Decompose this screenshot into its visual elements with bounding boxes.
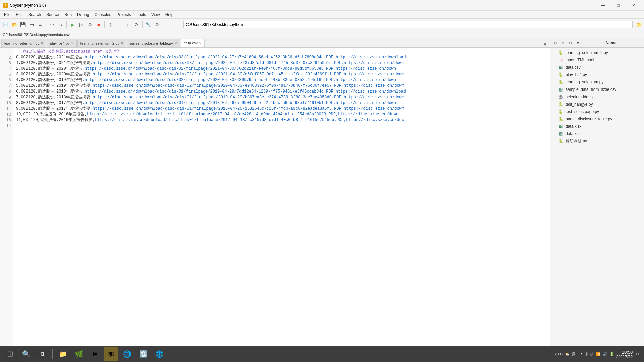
right-panel-toolbar: ⊙ ○ ⚙ ▼ bbox=[553, 40, 581, 46]
start-button[interactable]: ⊞ bbox=[3, 347, 17, 361]
tab-close-icon[interactable]: ✕ bbox=[174, 41, 177, 45]
right-panel-title: Name bbox=[606, 41, 617, 45]
task-view-button[interactable]: ⧉ bbox=[35, 347, 50, 361]
open-file-button[interactable]: 📂 bbox=[10, 21, 18, 29]
taskbar: ⊞ 🔍 ⧉ 📁 🌿 🖥 🕷 🌐 🔃 🌐 20°C ⛅ 雾 ∧ 中 拼 📶 🔊 🔋… bbox=[0, 346, 644, 362]
save-all-button[interactable]: 🗃 bbox=[28, 21, 36, 29]
toolbar-browse-button[interactable]: 📁 bbox=[635, 21, 643, 29]
taskbar-firefox[interactable]: 🌿 bbox=[71, 347, 86, 361]
toolbar-path-input[interactable]: C:\Users\86178\Desktop\python bbox=[183, 21, 633, 28]
line-number: 6 bbox=[0, 77, 11, 83]
menu-debug[interactable]: Debug bbox=[74, 12, 92, 18]
date-display: 2022/5/12 bbox=[616, 355, 633, 359]
right-panel-icon-4[interactable]: ▼ bbox=[575, 40, 581, 46]
minimize-button[interactable]: — bbox=[595, 0, 610, 11]
run-cell-button[interactable]: ▷ bbox=[77, 21, 85, 29]
menu-tools[interactable]: Tools bbox=[134, 12, 149, 18]
file-icon-py: 🐍 bbox=[558, 72, 564, 77]
menu-consoles[interactable]: Consoles bbox=[92, 12, 114, 18]
tab-label: learning_selenium.py bbox=[4, 41, 39, 45]
taskbar-spyder[interactable]: 🕷 bbox=[104, 347, 118, 361]
search-taskbar-button[interactable]: 🔍 bbox=[19, 347, 34, 361]
line-number: 7 bbox=[0, 83, 11, 89]
tab-close-icon[interactable]: ✕ bbox=[121, 41, 123, 45]
line-number: 4 bbox=[0, 66, 11, 72]
line-numbers: 1 2 3 4 5 6 7 8 9 10 11 12 13 14 bbox=[0, 48, 13, 349]
undo-button[interactable]: ↩ bbox=[48, 21, 56, 29]
step-out-button[interactable]: ↑ bbox=[124, 21, 132, 29]
code-line-14 bbox=[16, 123, 547, 129]
system-time[interactable]: 10:50 2022/5/12 bbox=[616, 350, 633, 359]
editor-tabs: learning_selenium.py ✕ play_bs4.py ✕ lea… bbox=[0, 38, 550, 48]
right-panel-icon-2[interactable]: ○ bbox=[560, 40, 566, 46]
back-button[interactable]: ← bbox=[165, 21, 173, 29]
tab-learning-selenium-2[interactable]: learning_selenium_2.py ✕ bbox=[77, 39, 126, 47]
file-item-data-xls[interactable]: ▦ data.xls bbox=[550, 130, 644, 137]
maximize-button[interactable]: □ bbox=[610, 0, 626, 11]
toolbar: 📄 📂 💾 🗃 ≡ ↩ ↪ ▶ ▷ ⚙ ■ ⤵ ↓ ↑ ⟳ 🔧 ⚙ ← → C:… bbox=[0, 19, 644, 31]
file-item-play-bs4[interactable]: 🐍 play_bs4.py bbox=[550, 71, 644, 78]
file-item-selenium-ide[interactable]: 🗜 selenium-ide.zip bbox=[550, 93, 644, 101]
tray-icon-expand[interactable]: ∧ bbox=[580, 352, 583, 356]
file-name: test_hangye.py bbox=[566, 102, 593, 107]
taskbar-greenapp[interactable]: 🌐 bbox=[152, 347, 167, 361]
menu-source[interactable]: Source bbox=[44, 12, 62, 18]
window-controls: — □ ✕ bbox=[595, 0, 641, 11]
menu-run[interactable]: Run bbox=[62, 12, 74, 18]
file-name: innerHTML.html bbox=[566, 58, 594, 62]
tabs-menu-button[interactable]: ≡ bbox=[542, 42, 548, 47]
file-item-data-xlsx[interactable]: ▦ data.xlsx bbox=[550, 123, 644, 130]
menu-help[interactable]: Help bbox=[163, 12, 176, 18]
file-item-innerhtml[interactable]: ◁ innerHTML.html bbox=[550, 56, 644, 64]
right-panel-icon-3[interactable]: ⚙ bbox=[568, 40, 574, 46]
taskbar-cmd[interactable]: 🖥 bbox=[88, 347, 102, 361]
taskbar-redapp[interactable]: 🔃 bbox=[136, 347, 151, 361]
new-file-button[interactable]: 📄 bbox=[1, 21, 9, 29]
debug-button[interactable]: ⚙ bbox=[86, 21, 94, 29]
menu-file[interactable]: File bbox=[1, 12, 13, 18]
tab-parse-disclosure[interactable]: parse_disclosure_table.py ✕ bbox=[127, 39, 180, 47]
step-into-button[interactable]: ↓ bbox=[115, 21, 123, 29]
tab-close-icon[interactable]: ✕ bbox=[71, 41, 74, 45]
tab-learning-selenium[interactable]: learning_selenium.py ✕ bbox=[1, 39, 46, 47]
taskbar-explorer[interactable]: 📁 bbox=[55, 347, 70, 361]
run-button[interactable]: ▶ bbox=[68, 21, 76, 29]
step-over-button[interactable]: ⤵ bbox=[106, 21, 114, 29]
stop-button[interactable]: ■ bbox=[95, 21, 103, 29]
code-area[interactable]: ,证券代码,简称,公告标题,attachpath,href,公告时间 0,002… bbox=[13, 48, 550, 349]
prefs-button[interactable]: ⚙ bbox=[153, 21, 161, 29]
print-button[interactable]: ≡ bbox=[36, 21, 44, 29]
menu-edit[interactable]: Edit bbox=[13, 12, 25, 18]
file-icon-csv: ▦ bbox=[558, 65, 564, 70]
taskbar-browser[interactable]: 🌐 bbox=[120, 347, 135, 361]
continue-button[interactable]: ⟳ bbox=[132, 21, 141, 29]
file-icon-html: ◁ bbox=[558, 58, 564, 62]
file-item-keyan[interactable]: 🐍 科研课题.py bbox=[550, 137, 644, 145]
file-item-learning-selenium-2[interactable]: 🐍 learning_selenium_2.py bbox=[550, 49, 644, 56]
menu-search[interactable]: Search bbox=[25, 12, 44, 18]
file-item-test-selectpage[interactable]: 🐍 test_selectpage.py bbox=[550, 108, 644, 115]
menu-projects[interactable]: Projects bbox=[114, 12, 134, 18]
tab-close-icon[interactable]: ✕ bbox=[199, 41, 202, 45]
file-item-sample-data[interactable]: ▦ sample_data_from_szse.csv bbox=[550, 86, 644, 93]
redo-button[interactable]: ↪ bbox=[57, 21, 65, 29]
file-name: data.xlsx bbox=[566, 124, 581, 129]
save-button[interactable]: 💾 bbox=[19, 21, 27, 29]
file-item-parse-disclosure[interactable]: 🐍 parse_disclosure_table.py bbox=[550, 115, 644, 123]
time-display: 10:50 bbox=[616, 350, 633, 355]
toolbar-sep-1 bbox=[46, 21, 46, 28]
menu-view[interactable]: View bbox=[149, 12, 163, 18]
line-number: 14 bbox=[0, 123, 11, 129]
right-panel-icon-1[interactable]: ⊙ bbox=[553, 40, 559, 46]
file-item-data-csv[interactable]: ▦ data.csv bbox=[550, 64, 644, 71]
tab-play-bs4[interactable]: play_bs4.py ✕ bbox=[47, 39, 77, 47]
tools-button[interactable]: 🔧 bbox=[144, 21, 152, 29]
file-item-test-hangye[interactable]: 🐍 test_hangye.py bbox=[550, 101, 644, 108]
tab-close-icon[interactable]: ✕ bbox=[41, 41, 43, 45]
tray-show-desktop[interactable]: □ bbox=[635, 352, 639, 356]
file-item-learning-selenium[interactable]: 🐍 learning_selenium.py bbox=[550, 78, 644, 86]
file-icon-py: 🐍 bbox=[558, 139, 564, 143]
tab-data-csv[interactable]: data.csv ✕ bbox=[181, 39, 205, 47]
forward-button[interactable]: → bbox=[173, 21, 181, 29]
close-button[interactable]: ✕ bbox=[626, 0, 641, 11]
